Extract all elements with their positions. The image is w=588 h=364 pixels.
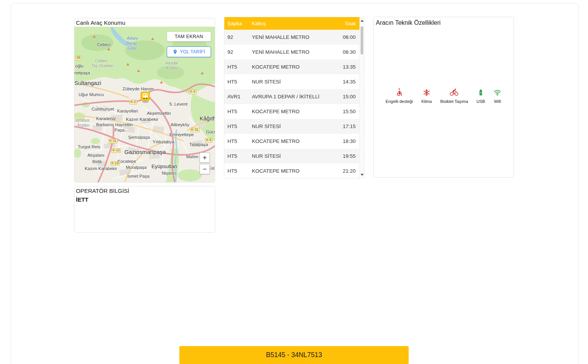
row-time: 15:00 — [333, 94, 360, 99]
row-time: 15:50 — [333, 109, 360, 114]
row-departure: NUR SİTESİ — [252, 79, 333, 85]
table-scrollbar[interactable] — [359, 17, 364, 178]
feature-label: Bisiklet Taşıma — [440, 99, 468, 104]
schedule-header-row: Şapka Kalkış Saat — [224, 17, 360, 30]
row-time: 08:30 — [333, 49, 360, 55]
row-time: 21:20 — [333, 168, 360, 174]
schedule-row: 92 YENİ MAHALLE METRO 08:30 — [224, 45, 360, 59]
row-departure: NUR SİTESİ — [252, 123, 333, 129]
fullscreen-button[interactable]: TAM EKRAN — [167, 32, 211, 42]
schedule-row: HT5 KOCATEPE METRO 21:20 — [224, 164, 360, 178]
row-line-code: AVR1 — [224, 94, 252, 99]
directions-button[interactable]: YOL TARİFİ — [167, 47, 211, 57]
row-line-code: HT5 — [224, 153, 252, 159]
feature-label: Engelli desteği — [386, 99, 413, 104]
row-line-code: HT5 — [224, 123, 252, 129]
feature-usb: USB — [477, 87, 485, 104]
schedule-row: HT5 KOCATEPE METRO 13:35 — [224, 59, 360, 74]
schedule-row: 92 YENİ MAHALLE METRO 06:00 — [224, 30, 360, 45]
wifi-icon — [493, 87, 501, 96]
schedule-row: AVR1 AVRUPA 1 DEPAR / İKİTELLİ 15:00 — [224, 89, 360, 104]
schedule-row: HT5 KOCATEPE METRO 15:50 — [224, 104, 360, 119]
row-departure: KOCATEPE METRO — [252, 168, 333, 174]
schedule-row: HT5 KOCATEPE METRO 18:30 — [224, 134, 360, 149]
row-time: 19:55 — [333, 153, 360, 159]
row-departure: KOCATEPE METRO — [252, 64, 333, 70]
scroll-down-arrow-icon[interactable] — [360, 172, 364, 177]
map-card-title: Canlı Araç Konumu — [74, 18, 215, 27]
snowflake-icon — [423, 87, 430, 96]
row-departure: KOCATEPE METRO — [252, 109, 333, 114]
live-location-card: Canlı Araç Konumu — [74, 18, 215, 183]
header-time: Saat — [333, 21, 360, 26]
schedule-body: 92 YENİ MAHALLE METRO 06:00 92 YENİ MAHA… — [224, 30, 364, 178]
plus-icon: + — [203, 154, 207, 161]
row-departure: YENİ MAHALLE METRO — [252, 49, 333, 55]
feature-icons-row: Engelli desteği Klima — [374, 87, 514, 104]
row-time: 06:00 — [333, 34, 360, 40]
row-departure: NUR SİTESİ — [252, 153, 333, 159]
location-pin-icon — [172, 49, 178, 55]
row-time: 13:35 — [333, 64, 360, 70]
row-departure: KOCATEPE METRO — [252, 138, 333, 144]
directions-button-label: YOL TARİFİ — [180, 49, 205, 55]
feature-label: USB — [477, 99, 485, 104]
header-departure: Kalkış — [252, 21, 333, 26]
tech-card-title: Aracın Teknik Özellikleri — [374, 17, 514, 29]
scrollbar-thumb[interactable] — [361, 26, 363, 55]
row-line-code: 92 — [224, 34, 252, 40]
row-time: 17:15 — [333, 123, 360, 129]
feature-label: Wifi — [494, 99, 501, 104]
map-canvas[interactable]: Cebeci 38 Cebeci Taş Ocakları oğlu netpa… — [74, 27, 215, 182]
header-code: Şapka — [224, 21, 252, 26]
row-departure: YENİ MAHALLE METRO — [252, 34, 333, 40]
vehicle-code-label: B5145 - 34NL7513 — [266, 351, 322, 359]
scroll-up-arrow-icon[interactable] — [360, 18, 364, 23]
feature-wifi: Wifi — [493, 87, 501, 104]
feature-ac: Klima — [421, 87, 432, 104]
row-line-code: HT5 — [224, 64, 252, 70]
zoom-out-button[interactable]: − — [200, 164, 210, 174]
operator-card-title: OPERATÖR BİLGİSİ — [74, 186, 215, 195]
wheelchair-icon — [395, 87, 403, 96]
feature-label: Klima — [421, 99, 432, 104]
feature-accessibility: Engelli desteği — [386, 87, 413, 104]
feature-bicycle: Bisiklet Taşıma — [440, 87, 468, 104]
usb-battery-icon — [477, 87, 485, 96]
row-time: 14:35 — [333, 79, 360, 85]
row-line-code: HT5 — [224, 168, 252, 174]
schedule-row: HT5 NUR SİTESİ 14:35 — [224, 74, 360, 89]
bicycle-icon — [449, 87, 459, 96]
operator-name: İETT — [74, 195, 215, 204]
vehicle-code-banner: B5145 - 34NL7513 — [179, 346, 409, 364]
schedule-row: HT5 NUR SİTESİ 19:55 — [224, 149, 360, 164]
minus-icon: − — [203, 165, 207, 173]
departure-schedule-table: Şapka Kalkış Saat 92 YENİ MAHALLE METRO … — [224, 17, 364, 178]
row-line-code: 92 — [224, 49, 252, 55]
row-time: 18:30 — [333, 138, 360, 144]
row-line-code: HT5 — [224, 109, 252, 114]
row-line-code: HT5 — [224, 79, 252, 85]
tech-specs-card: Aracın Teknik Özellikleri Engelli desteğ… — [373, 17, 514, 178]
schedule-row: HT5 NUR SİTESİ 17:15 — [224, 119, 360, 134]
row-departure: AVRUPA 1 DEPAR / İKİTELLİ — [252, 94, 333, 99]
row-line-code: HT5 — [224, 138, 252, 144]
zoom-in-button[interactable]: + — [200, 152, 210, 163]
fullscreen-button-label: TAM EKRAN — [175, 34, 203, 39]
operator-info-card: OPERATÖR BİLGİSİ İETT — [74, 186, 215, 233]
